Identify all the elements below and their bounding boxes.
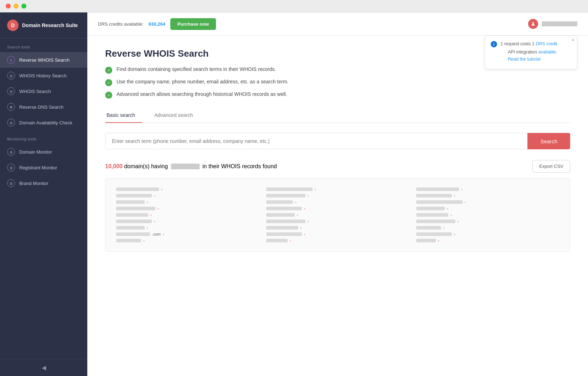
arrow-icon[interactable]: › <box>465 200 466 204</box>
arrow-icon[interactable]: › <box>297 213 298 217</box>
arrow-icon[interactable]: › <box>295 200 296 204</box>
feature-item-2: ✓ Use the company name, phone number, em… <box>105 79 570 86</box>
svg-point-0 <box>532 22 534 24</box>
feature-list: ✓ Find domains containing specified sear… <box>105 66 570 99</box>
arrow-icon[interactable]: › <box>450 213 452 217</box>
search-tabs: Basic search Advanced search <box>105 109 570 123</box>
info-icon: i <box>491 41 497 47</box>
sidebar-item-whois-history[interactable]: ◎ WHOIS History Search <box>0 68 87 83</box>
result-row: › <box>266 213 409 217</box>
arrow-icon[interactable]: › <box>161 187 163 191</box>
topbar-right <box>528 19 577 29</box>
result-row: › <box>116 206 259 211</box>
tooltip-row-3: Read the tutorial <box>491 57 571 62</box>
check-icon-1: ✓ <box>105 67 112 74</box>
whois-history-icon: ◎ <box>7 72 15 79</box>
blurred-domain <box>266 187 313 191</box>
sidebar-item-label: WHOIS History Search <box>19 73 67 78</box>
arrow-icon[interactable]: › <box>454 194 455 198</box>
arrow-icon[interactable]: › <box>300 226 302 230</box>
arrow-icon[interactable]: › <box>154 194 155 198</box>
arrow-icon[interactable]: › <box>308 219 309 223</box>
read-tutorial-link[interactable]: Read the tutorial <box>508 57 541 62</box>
results-grid: › › › › <box>116 187 559 243</box>
arrow-icon[interactable]: › <box>304 206 305 211</box>
search-tools-label: Search tools <box>0 38 87 52</box>
arrow-icon[interactable]: › <box>443 226 445 230</box>
arrow-icon[interactable]: › <box>308 194 309 198</box>
sidebar-collapse-button[interactable]: ◀ <box>0 359 87 376</box>
arrow-icon[interactable]: › <box>461 187 463 191</box>
blurred-domain <box>266 194 305 197</box>
app-title: Domain Research Suite <box>22 22 78 28</box>
sidebar-item-label: Reverse DNS Search <box>19 104 63 110</box>
minimize-button[interactable] <box>14 4 19 9</box>
sidebar-item-whois-search[interactable]: ◎ WHOIS Search <box>0 83 87 99</box>
result-row: › <box>416 194 559 198</box>
maximize-button[interactable] <box>21 4 26 9</box>
sidebar-item-reverse-dns[interactable]: ⊕ Reverse DNS Search <box>0 99 87 115</box>
arrow-icon[interactable]: › <box>304 232 305 236</box>
search-input[interactable] <box>105 133 527 149</box>
sidebar-item-reverse-whois[interactable]: ● Reverse WHOIS Search <box>0 52 87 68</box>
results-count: 10,000 <box>105 163 123 169</box>
export-csv-button[interactable]: Export CSV <box>532 160 570 172</box>
tab-basic-search[interactable]: Basic search <box>105 109 142 123</box>
result-row: › <box>266 206 409 211</box>
purchase-now-button[interactable]: Purchase now <box>170 18 216 30</box>
sidebar-item-domain-availability[interactable]: ◎ Domain Availability Check <box>0 115 87 130</box>
blurred-domain <box>116 226 145 230</box>
sidebar-item-brand-monitor[interactable]: ◎ Brand Monitor <box>0 175 87 191</box>
result-row: › <box>416 213 559 217</box>
tab-advanced-search[interactable]: Advanced search <box>153 109 200 123</box>
drs-credit-link[interactable]: DRS credit. <box>536 41 558 46</box>
arrow-icon[interactable]: › <box>154 219 155 223</box>
result-row: › <box>416 232 559 236</box>
blurred-domain <box>416 232 452 236</box>
topbar: DRS credits available: 630,264 Purchase … <box>87 12 588 36</box>
blurred-domain <box>116 207 155 210</box>
feature-text-3: Advanced search allows searching through… <box>117 91 287 97</box>
blurred-domain <box>266 200 293 204</box>
blurred-domain <box>266 232 302 236</box>
api-integration-link[interactable]: available. <box>538 50 557 55</box>
arrow-icon[interactable]: › <box>454 232 455 236</box>
result-row: › <box>266 232 409 236</box>
main-area: DRS credits available: 630,264 Purchase … <box>87 12 588 376</box>
arrow-icon[interactable]: › <box>447 206 448 211</box>
arrow-icon[interactable]: › <box>147 226 148 230</box>
arrow-icon[interactable]: › <box>163 232 164 236</box>
blurred-domain <box>416 207 445 210</box>
user-avatar <box>528 19 538 29</box>
blurred-domain <box>416 239 436 242</box>
close-button[interactable] <box>6 4 11 9</box>
reverse-whois-icon: ● <box>7 56 15 64</box>
arrow-icon[interactable]: › <box>438 238 439 243</box>
arrow-icon[interactable]: › <box>147 200 148 204</box>
check-icon-3: ✓ <box>105 92 112 99</box>
blurred-domain <box>116 194 152 197</box>
sidebar-item-domain-monitor[interactable]: ◎ Domain Monitor <box>0 144 87 160</box>
feature-text-1: Find domains containing specified search… <box>117 66 276 72</box>
sidebar-item-registrant-monitor[interactable]: ◎ Registrant Monitor <box>0 160 87 175</box>
result-row: › <box>116 213 259 217</box>
arrow-icon[interactable]: › <box>290 238 291 243</box>
brand-monitor-icon: ◎ <box>7 179 15 187</box>
credits-label: DRS credits available: <box>98 21 144 27</box>
blurred-domain <box>416 200 463 204</box>
arrow-icon[interactable]: › <box>315 187 316 191</box>
whois-search-icon: ◎ <box>7 87 15 95</box>
arrow-icon[interactable]: › <box>158 206 159 211</box>
arrow-icon[interactable]: › <box>150 213 152 217</box>
blurred-domain <box>266 226 298 230</box>
search-button[interactable]: Search <box>527 133 570 149</box>
blurred-domain <box>116 232 150 236</box>
result-row: › <box>266 194 409 198</box>
result-row: .com › <box>116 232 259 236</box>
sidebar-item-label: Domain Monitor <box>19 149 52 155</box>
tooltip-collapse-icon[interactable]: ▲ <box>569 36 577 43</box>
arrow-icon[interactable]: › <box>458 219 459 223</box>
arrow-icon[interactable]: › <box>143 238 145 243</box>
blurred-domain <box>116 187 159 191</box>
result-column-1: › › › › <box>116 187 259 243</box>
